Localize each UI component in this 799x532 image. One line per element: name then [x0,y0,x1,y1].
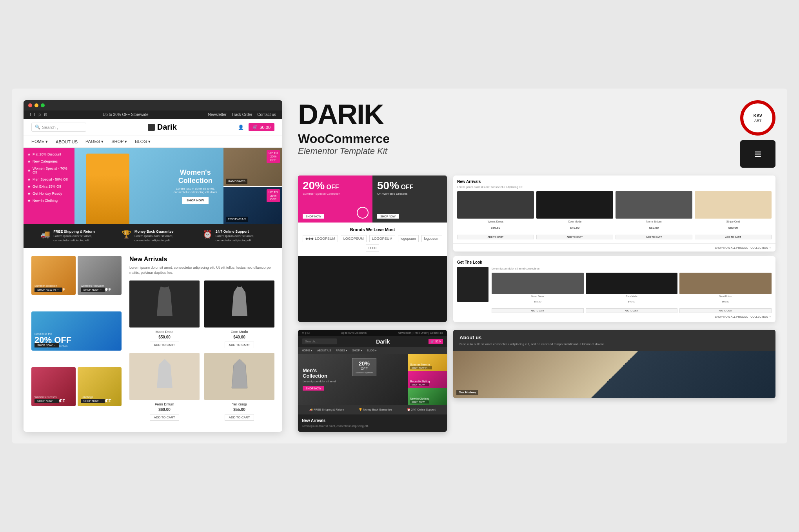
gl-product-1-btn[interactable]: ADD TO CART [492,308,584,313]
search-bar[interactable]: 🔍 Search , [31,123,86,132]
promo-summer-btn[interactable]: SHOP NEW IN → [35,288,62,292]
gl-product-2-btn[interactable]: ADD TO CART [586,308,678,313]
hero-main-banner: Women'sCollection Lorem ipsum dolor sit … [74,148,223,224]
wp-product-1: Wears Dress $50.50 ADD TO CART [457,191,534,239]
cart-button[interactable]: 🛒 $0.00 [249,123,274,131]
dfp-hero-btn[interactable]: SHOP NOW [303,386,324,391]
nav-about[interactable]: ABOUT US [56,139,78,144]
product-3-add-btn[interactable]: ADD TO CART [150,414,180,421]
promo-footwear[interactable]: Women's Footwear Up to 50% OFF SHOP NOW … [78,256,122,295]
dfp-social: f t p ⊡ [302,331,310,335]
browser-minimize[interactable] [35,103,38,107]
search-icon: 🔍 [35,125,40,130]
product-4-add-btn[interactable]: ADD TO CART [225,414,254,421]
product-3-image [129,353,200,400]
wp-product-3-btn[interactable]: ADD TO CART [616,235,692,239]
dfp-nav-blog[interactable]: BLOG ▾ [367,349,377,352]
newsletter-link[interactable]: Newsletter [208,112,226,117]
get-look-main-img [457,267,488,302]
nav-home[interactable]: HOME ▾ [31,139,48,144]
wp-product-2-price: $40.00 [536,226,613,230]
wp-shop-all[interactable]: SHOP NOW ALL PRODUCT COLLECTION → [453,244,775,252]
dark-promo-2-btn[interactable]: SHOP NOW [377,214,399,219]
dfp-promo-summer-text: Summer New In SHOP NEW IN → [410,363,432,369]
wp-product-2: Com Mode $40.00 ADD TO CART [536,191,613,239]
contact-link[interactable]: Contact us [257,112,276,117]
product-3: Ferm Entum $60.00 ADD TO CART [129,353,200,421]
dfp-promo-summer: Summer New In SHOP NEW IN → [408,354,447,371]
kav-logo: KAV ART ≡ [740,100,775,168]
sidebar-item-2[interactable]: New Categories [27,159,71,163]
dfp-nav-pages[interactable]: PAGES ▾ [336,349,348,352]
nav-shop[interactable]: SHOP ▾ [111,139,127,144]
dfp-promo-beauty: Recently Styling SHOP NOW → [408,371,447,388]
dfp-nav-shop[interactable]: SHOP ▾ [352,349,362,352]
brand-info: DARIK WooCommerce Elementor Template Kit [298,100,390,156]
brand-subtitle: WooCommerce Elementor Template Kit [298,132,390,156]
promo-discount[interactable]: Don't miss this 20% OFF Summer Special C… [31,311,122,351]
gl-product-2-img [586,273,678,294]
feature-guarantee-text: Money Back Guarantee Lorem ipsum dolor s… [134,230,184,242]
dfp-cart[interactable]: 🛒 $0.0 [429,339,443,344]
nav-pages[interactable]: PAGES ▾ [85,139,104,144]
track-order-link[interactable]: Track Order [231,112,252,117]
hero-cta-button[interactable]: SHOP NOW [182,197,209,204]
gl-product-3-img [679,273,772,294]
get-look-shop-all[interactable]: SHOP NOW ALL PRODUCT COLLECTION → [492,315,772,318]
wp-products: Wears Dress $50.50 ADD TO CART Com Mode … [457,191,772,239]
features-bar: 🚚 FREE Shipping & Return Lorem ipsum dol… [24,224,282,248]
about-us-title: About us [459,335,769,340]
nav-blog[interactable]: BLOG ▾ [135,139,151,144]
sidebar-item-1[interactable]: Flat 20% Discount [27,152,71,156]
dfp-search[interactable]: Search... [302,338,337,344]
gl-product-1-name: Maec Dress [492,295,584,298]
cart-amount: $0.00 [260,125,271,130]
wp-product-2-btn[interactable]: ADD TO CART [536,235,613,239]
wp-desc: Lorem ipsum dolor sit amet consectetur a… [457,185,772,189]
wp-product-4-btn[interactable]: ADD TO CART [695,235,772,239]
new-arrivals-desc: Lorem ipsum dolor sit amet, consectetur … [129,265,274,275]
dark-promo-1-btn[interactable]: SHOP NOW [303,214,324,219]
sidebar-item-3[interactable]: Women Special - 70% Off [27,166,71,174]
sidebar-item-4[interactable]: Men Special - 50% Off [27,177,71,181]
wp-product-1-btn[interactable]: ADD TO CART [457,235,534,239]
our-history-label: Our History [456,390,478,395]
support-icon: ⏰ [203,230,212,239]
gl-product-3-btn[interactable]: ADD TO CART [679,308,772,313]
dfp-promo-beauty-btn[interactable]: SHOP NOW → [410,383,429,386]
browser-close[interactable] [28,103,32,107]
dark-preview: 20% OFF Summer Special Collection SHOP N… [298,176,447,322]
dfp-promo-summer-btn[interactable]: SHOP NEW IN → [410,366,432,369]
handbags-label: HANDBAGS [226,179,247,184]
promo-summer[interactable]: Summer collection Up to 75% OFF SHOP NEW… [31,256,76,295]
feature-shipping: 🚚 FREE Shipping & Return Lorem ipsum dol… [40,230,103,242]
gl-product-1-price: $50.50 [492,300,584,304]
promo-dresses-btn[interactable]: SHOP NOW → [35,399,59,403]
kav-art-label: ART [754,119,762,123]
promo-discount-btn[interactable]: SHOP NOW → [35,343,59,347]
gl-product-2-name: Com Mode [586,295,678,298]
product-2-add-btn[interactable]: ADD TO CART [225,342,254,348]
promo-handbags[interactable]: Handbags Up to 40% OFF SHOP NOW → [78,367,122,406]
sidebar-item-6[interactable]: Get Holiday Ready [27,192,71,195]
gl-product-3: Sport Entum $60.50 ADD TO CART [679,273,772,313]
user-icon: 👤 [238,125,244,130]
promo-footwear-btn[interactable]: SHOP NOW → [81,288,105,292]
dfp-nav-home[interactable]: HOME ▾ [302,349,312,352]
product-1-add-btn[interactable]: ADD TO CART [150,342,180,348]
sidebar-item-7[interactable]: New-In Clothing [27,199,71,203]
promo-handbags-btn[interactable]: SHOP NOW → [81,399,105,403]
header-right: 👤 🛒 $0.00 [238,123,274,131]
sidebar-item-5[interactable]: Get Extra 15% Off [27,185,71,188]
dfp-promo-new-btn[interactable]: SHOP NOW → [410,400,429,404]
wp-product-2-name: Com Mode [536,220,613,223]
promo-dresses[interactable]: Women's Dresses Up to 50% OFF SHOP NOW → [31,367,76,406]
elementor-icon: ≡ [754,147,762,161]
handbags-banner: UP TO25%OFF HANDBAGS [223,148,282,186]
dfp-promo-new-text: New In Clothing SHOP NOW → [410,397,429,404]
dfp-nav-about[interactable]: ABOUT US [317,349,331,352]
browser-maximize[interactable] [41,103,45,107]
footwear-banner: UP TO35%OFF FOOTWEAR [223,187,282,224]
preview-row: 20% OFF Summer Special Collection SHOP N… [298,176,775,322]
kav-text: KAV ART [754,113,762,123]
